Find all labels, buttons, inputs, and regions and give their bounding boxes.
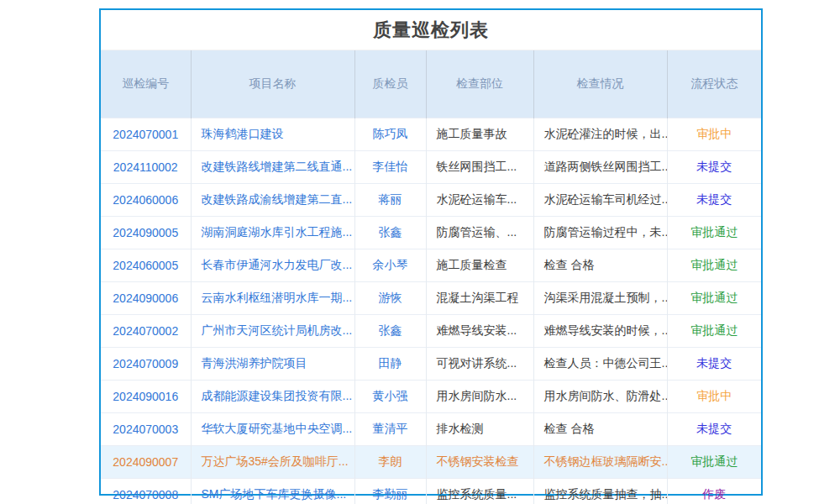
col-header-inspector: 质检员 (354, 50, 426, 118)
status-badge: 未提交 (667, 184, 761, 217)
table-row[interactable]: 2024090006 云南水利枢纽潜明水库一期... 游恢 混凝土沟渠工程 沟渠… (101, 282, 761, 315)
inspection-part-cell: 防腐管运输、... (426, 217, 533, 249)
page-title: 质量巡检列表 (101, 10, 761, 50)
inspector-name-link[interactable]: 李朗 (354, 446, 426, 479)
status-badge: 审批通过 (667, 446, 761, 479)
table-row[interactable]: 2024070001 珠海鹤港口建设 陈巧凤 施工质量事故 水泥砼灌注的时候，出… (101, 118, 761, 151)
inspection-part-cell: 难燃导线安装... (426, 315, 533, 348)
inspection-id-link[interactable]: 2024090005 (101, 217, 191, 249)
inspector-name-link[interactable]: 张鑫 (354, 217, 426, 249)
project-name-link[interactable]: 华软大厦研究基地中央空调... (191, 413, 354, 446)
inspection-situation-cell: 检查 合格 (533, 413, 667, 446)
project-name-link[interactable]: 云南水利枢纽潜明水库一期... (191, 282, 354, 315)
table-row[interactable]: 2024060006 改建铁路成渝线增建第二直... 蒋丽 水泥砼运输车... … (101, 184, 761, 217)
table-row[interactable]: 2024090007 万达广场35#会所及咖啡厅... 李朗 不锈钢安装检查 不… (101, 446, 761, 479)
inspection-id-link[interactable]: 2024070009 (101, 348, 191, 381)
inspection-id-link[interactable]: 2024090006 (101, 282, 191, 315)
table-row[interactable]: 2024070002 广州市天河区统计局机房改... 张鑫 难燃导线安装... … (101, 315, 761, 348)
inspector-name-link[interactable]: 田静 (354, 348, 426, 381)
inspector-name-link[interactable]: 董清平 (354, 413, 426, 446)
inspection-id-link[interactable]: 2024070003 (101, 413, 191, 446)
inspection-situation-cell: 道路两侧铁丝网围挡工... (533, 151, 667, 184)
table-row[interactable]: 2024070003 华软大厦研究基地中央空调... 董清平 排水检测 检查 合… (101, 413, 761, 446)
inspection-situation-cell: 沟渠采用混凝土预制，... (533, 282, 667, 315)
project-name-link[interactable]: 改建铁路线增建第二线直通... (191, 151, 354, 184)
inspector-name-link[interactable]: 陈巧凤 (354, 118, 426, 151)
status-badge: 未提交 (667, 348, 761, 381)
table-row[interactable]: 2024070009 青海洪湖养护院项目 田静 可视对讲系统... 检查人员：中… (101, 348, 761, 381)
inspection-part-cell: 铁丝网围挡工... (426, 151, 533, 184)
inspection-id-link[interactable]: 2024110002 (101, 151, 191, 184)
inspector-name-link[interactable]: 游恢 (354, 282, 426, 315)
inspector-name-link[interactable]: 李佳怡 (354, 151, 426, 184)
col-header-process-status: 流程状态 (667, 50, 761, 118)
inspection-situation-cell: 用水房间防水、防滑处... (533, 381, 667, 413)
project-name-link[interactable]: 长春市伊通河水力发电厂改... (191, 249, 354, 282)
project-name-link[interactable]: SM广场地下车库更换摄像... (191, 479, 354, 504)
table-header: 巡检编号 项目名称 质检员 检查部位 检查情况 流程状态 (101, 50, 761, 118)
col-header-inspection-situation: 检查情况 (533, 50, 667, 118)
col-header-project-name: 项目名称 (191, 50, 354, 118)
status-badge: 未提交 (667, 413, 761, 446)
status-badge: 作废 (667, 479, 761, 504)
inspection-id-link[interactable]: 2024070002 (101, 315, 191, 348)
inspector-name-link[interactable]: 张鑫 (354, 315, 426, 348)
inspection-part-cell: 排水检测 (426, 413, 533, 446)
table-row[interactable]: 2024070008 SM广场地下车库更换摄像... 李勤丽 监控系统质量...… (101, 479, 761, 504)
table-row[interactable]: 2024090016 成都能源建设集团投资有限... 黄小强 用水房间防水...… (101, 381, 761, 413)
table-header-row: 巡检编号 项目名称 质检员 检查部位 检查情况 流程状态 (101, 50, 761, 118)
table-row[interactable]: 2024110002 改建铁路线增建第二线直通... 李佳怡 铁丝网围挡工...… (101, 151, 761, 184)
inspection-part-cell: 施工质量事故 (426, 118, 533, 151)
project-name-link[interactable]: 广州市天河区统计局机房改... (191, 315, 354, 348)
col-header-inspection-part: 检查部位 (426, 50, 533, 118)
table-row[interactable]: 2024060005 长春市伊通河水力发电厂改... 余小琴 施工质量检查 检查… (101, 249, 761, 282)
inspector-name-link[interactable]: 李勤丽 (354, 479, 426, 504)
status-badge: 审批中 (667, 118, 761, 151)
inspection-situation-cell: 不锈钢边框玻璃隔断安... (533, 446, 667, 479)
status-badge: 审批通过 (667, 249, 761, 282)
status-badge: 未提交 (667, 151, 761, 184)
inspection-id-link[interactable]: 2024060005 (101, 249, 191, 282)
inspection-situation-cell: 难燃导线安装的时候，... (533, 315, 667, 348)
project-name-link[interactable]: 成都能源建设集团投资有限... (191, 381, 354, 413)
status-badge: 审批通过 (667, 282, 761, 315)
inspection-situation-cell: 检查人员：中德公司王... (533, 348, 667, 381)
inspection-situation-cell: 检查 合格 (533, 249, 667, 282)
inspection-situation-cell: 水泥砼运输车司机经过... (533, 184, 667, 217)
status-badge: 审批中 (667, 381, 761, 413)
project-name-link[interactable]: 珠海鹤港口建设 (191, 118, 354, 151)
inspection-id-link[interactable]: 2024070001 (101, 118, 191, 151)
quality-inspection-panel: 质量巡检列表 巡检编号 项目名称 质检员 检查部位 检查情况 流程状态 2024… (99, 8, 763, 496)
inspection-part-cell: 监控系统质量... (426, 479, 533, 504)
inspection-id-link[interactable]: 2024090016 (101, 381, 191, 413)
inspection-id-link[interactable]: 2024090007 (101, 446, 191, 479)
inspection-part-cell: 混凝土沟渠工程 (426, 282, 533, 315)
inspection-part-cell: 不锈钢安装检查 (426, 446, 533, 479)
inspection-situation-cell: 水泥砼灌注的时候，出... (533, 118, 667, 151)
inspection-id-link[interactable]: 2024060006 (101, 184, 191, 217)
inspection-situation-cell: 防腐管运输过程中，未... (533, 217, 667, 249)
inspector-name-link[interactable]: 蒋丽 (354, 184, 426, 217)
inspection-table: 巡检编号 项目名称 质检员 检查部位 检查情况 流程状态 2024070001 … (101, 50, 761, 504)
inspection-situation-cell: 监控系统质量抽查，抽... (533, 479, 667, 504)
col-header-inspection-id: 巡检编号 (101, 50, 191, 118)
inspection-part-cell: 用水房间防水... (426, 381, 533, 413)
table-body: 2024070001 珠海鹤港口建设 陈巧凤 施工质量事故 水泥砼灌注的时候，出… (101, 118, 761, 504)
inspector-name-link[interactable]: 黄小强 (354, 381, 426, 413)
inspection-part-cell: 水泥砼运输车... (426, 184, 533, 217)
project-name-link[interactable]: 万达广场35#会所及咖啡厅... (191, 446, 354, 479)
table-row[interactable]: 2024090005 湖南洞庭湖水库引水工程施... 张鑫 防腐管运输、... … (101, 217, 761, 249)
project-name-link[interactable]: 改建铁路成渝线增建第二直... (191, 184, 354, 217)
project-name-link[interactable]: 青海洪湖养护院项目 (191, 348, 354, 381)
project-name-link[interactable]: 湖南洞庭湖水库引水工程施... (191, 217, 354, 249)
status-badge: 审批通过 (667, 217, 761, 249)
inspection-part-cell: 可视对讲系统... (426, 348, 533, 381)
status-badge: 审批通过 (667, 315, 761, 348)
inspector-name-link[interactable]: 余小琴 (354, 249, 426, 282)
inspection-part-cell: 施工质量检查 (426, 249, 533, 282)
inspection-id-link[interactable]: 2024070008 (101, 479, 191, 504)
